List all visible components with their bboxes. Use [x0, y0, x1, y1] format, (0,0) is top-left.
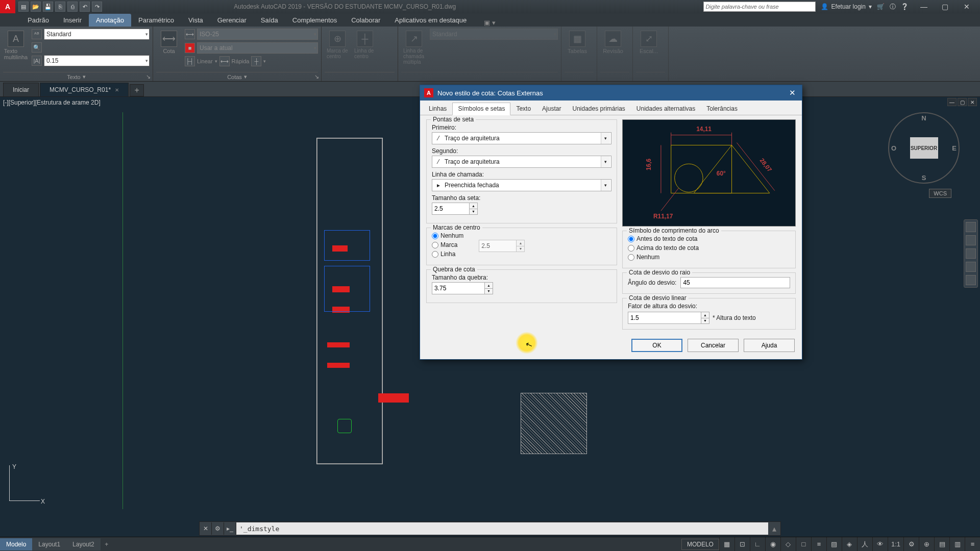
file-tab-drawing[interactable]: MCMV_CURSO_R01*✕ — [40, 83, 129, 96]
qat-new-icon[interactable]: ▤ — [18, 2, 29, 12]
text-style-combo[interactable]: Standard▾ — [44, 29, 150, 40]
dim-layer-combo[interactable]: Usar a atual▾ — [197, 42, 318, 54]
osnap-icon[interactable]: □ — [796, 537, 811, 552]
cancel-button[interactable]: Cancelar — [688, 339, 739, 352]
help-button[interactable]: Ajuda — [744, 339, 795, 352]
isodraft-icon[interactable]: ◇ — [780, 537, 796, 552]
tables-button[interactable]: ▦Tabelas — [565, 29, 590, 56]
arclen-none-radio[interactable]: Nenhum — [628, 254, 790, 261]
layout1-tab[interactable]: Layout1 — [32, 538, 66, 550]
dim-style-combo[interactable]: ISO-25▾ — [197, 29, 318, 40]
add-layout-button[interactable]: + — [101, 541, 113, 548]
mleader-style-combo[interactable]: Standard▾ — [430, 29, 558, 40]
help-icon[interactable]: ❔ — [901, 3, 909, 10]
dlg-tab-ajustar[interactable]: Ajustar — [536, 103, 567, 115]
layout2-tab[interactable]: Layout2 — [66, 538, 101, 550]
minimize-button[interactable]: — — [914, 2, 934, 12]
jog-factor-spinner[interactable]: ▲▼ — [628, 312, 709, 324]
qat-plot-icon[interactable]: ⎙ — [67, 2, 78, 12]
chevron-down-icon[interactable]: ▾ — [83, 73, 86, 80]
lineweight-icon[interactable]: ≡ — [811, 537, 826, 552]
viewcube-face[interactable]: SUPERIOR — [910, 137, 938, 159]
dialog-close-button[interactable]: ✕ — [787, 87, 798, 98]
dimstyle-icon[interactable]: ⟷ — [185, 29, 195, 39]
viewcube[interactable]: SUPERIOR N S E O — [888, 112, 960, 184]
ok-button[interactable]: OK — [631, 339, 682, 352]
scale-ratio[interactable]: 1:1 — [888, 537, 903, 552]
mleader-button[interactable]: ↗Linha de chamada múltipla — [401, 29, 427, 72]
selection-cycling-icon[interactable]: ◈ — [842, 537, 857, 552]
workspace-icon[interactable]: ⚙ — [903, 537, 919, 552]
snapmode-icon[interactable]: ⊡ — [734, 537, 750, 552]
grid-toggle-icon[interactable]: ▦ — [719, 537, 734, 552]
spin-down-icon[interactable]: ▼ — [469, 209, 477, 215]
centermark-button[interactable]: ⊕Marca de centro — [325, 29, 350, 72]
help-search-input[interactable]: Digite palavra-chave ou frase — [703, 2, 816, 12]
arclen-before-radio[interactable]: Antes do texto de cota — [628, 235, 790, 242]
nav-wheel-icon[interactable] — [966, 222, 976, 232]
chevron-down-icon[interactable]: ▾ — [244, 73, 247, 80]
dialog-launcher-icon[interactable]: ↘ — [314, 73, 319, 80]
ribbon-tab-aplicativos[interactable]: Aplicativos em destaque — [387, 14, 474, 27]
viewport-label[interactable]: [-][Superior][Estrutura de arame 2D] — [3, 99, 101, 106]
ribbon-overflow-icon[interactable]: ▣ ▾ — [484, 19, 496, 27]
dlg-tab-unidades-alternativas[interactable]: Unidades alternativas — [631, 103, 701, 115]
qat-redo-icon[interactable]: ↷ — [92, 2, 102, 12]
modelspace-toggle[interactable]: MODELO — [681, 539, 719, 550]
ribbon-tab-gerenciar[interactable]: Gerenciar — [210, 14, 254, 27]
model-tab[interactable]: Modelo — [0, 538, 32, 550]
annotation-visibility-icon[interactable]: 👁 — [872, 537, 888, 552]
revision-button[interactable]: ☁Revisão — [600, 29, 626, 56]
centerline-button[interactable]: ┼Linha de centro — [352, 29, 378, 72]
arrow-size-spinner[interactable]: ▲▼ — [432, 203, 478, 215]
quick-dim-icon[interactable]: ⟷ — [219, 56, 230, 66]
pan-icon[interactable] — [966, 235, 976, 245]
transparency-icon[interactable]: ▨ — [826, 537, 842, 552]
zoom-icon[interactable] — [966, 248, 976, 259]
centermark-mark-radio[interactable]: Marca — [432, 241, 463, 248]
arclen-above-radio[interactable]: Acima do texto de cota — [628, 244, 790, 252]
dialog-titlebar[interactable]: A Novo estilo de cota: Cotas Externas ✕ — [420, 85, 802, 101]
showmotion-icon[interactable] — [966, 275, 976, 285]
height-icon[interactable]: |A| — [32, 56, 42, 66]
autocad-logo-icon[interactable]: A — [0, 0, 15, 13]
dlg-tab-unidades-primarias[interactable]: Unidades primárias — [567, 103, 630, 115]
qat-open-icon[interactable]: 📂 — [31, 2, 41, 12]
vp-maximize-icon[interactable]: ▢ — [958, 98, 967, 106]
spin-up-icon[interactable]: ▲ — [469, 203, 477, 209]
cmd-customize-icon[interactable]: ⚙ — [212, 522, 224, 535]
find-icon[interactable]: 🔍 — [32, 42, 42, 53]
maximize-button[interactable]: ▢ — [935, 2, 955, 12]
ortho-icon[interactable]: ∟ — [750, 537, 765, 552]
annotation-monitor-icon[interactable]: ⊕ — [919, 537, 934, 552]
vp-close-icon[interactable]: ✕ — [968, 98, 977, 106]
quick-properties-icon[interactable]: ▥ — [949, 537, 965, 552]
continue-dim-icon[interactable]: ┼ — [251, 56, 261, 66]
close-button[interactable]: ✕ — [957, 2, 977, 12]
dlg-tab-simbolos[interactable]: Símbolos e setas — [452, 103, 510, 115]
second-arrow-combo[interactable]: ∕Traço de arquitetura▾ — [432, 156, 611, 168]
ribbon-tab-vista[interactable]: Vista — [181, 14, 210, 27]
polar-icon[interactable]: ◉ — [765, 537, 780, 552]
vp-minimize-icon[interactable]: — — [947, 98, 957, 106]
scale-button[interactable]: ⤢Escal... — [636, 29, 662, 56]
ucs-icon[interactable]: YX — [4, 465, 45, 506]
ribbon-tab-complementos[interactable]: Complementos — [285, 14, 344, 27]
app-info-icon[interactable]: ⓘ — [890, 3, 896, 11]
file-tab-start[interactable]: Iniciar — [3, 83, 39, 96]
dialog-launcher-icon[interactable]: ↘ — [146, 73, 151, 80]
first-arrow-combo[interactable]: ∕Traço de arquitetura▾ — [432, 132, 611, 144]
ribbon-tab-inserir[interactable]: Inserir — [56, 14, 89, 27]
cmd-close-icon[interactable]: ✕ — [200, 522, 212, 535]
dlg-tab-linhas[interactable]: Linhas — [423, 103, 452, 115]
text-multiline-button[interactable]: A Texto multilinha — [3, 29, 29, 72]
dimlayer-icon[interactable]: ■ — [185, 43, 195, 53]
command-input[interactable] — [236, 522, 768, 535]
customization-icon[interactable]: ≡ — [965, 537, 980, 552]
ribbon-tab-padrao[interactable]: Padrão — [20, 14, 56, 27]
annoscale-icon[interactable]: 人 — [857, 537, 872, 552]
linear-dim-icon[interactable]: ├┤ — [185, 56, 195, 66]
text-height-combo[interactable]: 0.15▾ — [44, 55, 150, 66]
centermark-size-spinner[interactable]: ▲▼ — [479, 240, 525, 252]
close-icon[interactable]: ✕ — [115, 87, 119, 93]
